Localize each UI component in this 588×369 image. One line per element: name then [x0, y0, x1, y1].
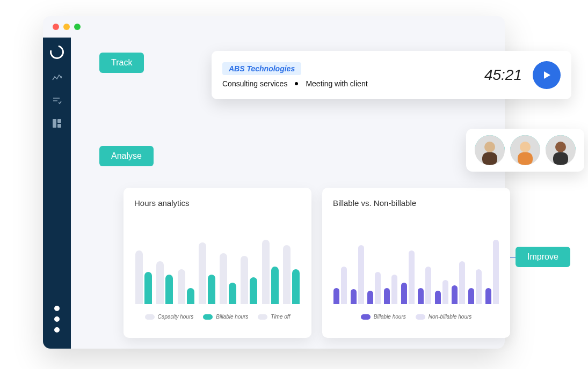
avatar[interactable]: [546, 135, 576, 165]
billable-legend: Billable hoursNon-billable hours: [333, 314, 499, 320]
task-label: Meeting with client: [306, 79, 367, 88]
hours-legend: Capacity hoursBillable hoursTime off: [134, 314, 301, 320]
analyse-tag: Analyse: [99, 146, 154, 166]
avatar[interactable]: [510, 135, 540, 165]
svg-point-18: [61, 77, 62, 78]
project-label: Consulting services: [222, 79, 287, 88]
play-icon: [541, 70, 552, 80]
timer-card: ABS Technologies Consulting services Mee…: [212, 51, 571, 99]
svg-rect-21: [53, 119, 56, 128]
chart-title: Hours analytics: [134, 198, 301, 208]
titlebar: [43, 16, 505, 38]
chart-title: Billable vs. Non-billable: [333, 198, 499, 208]
client-badge: ABS Technologies: [222, 62, 301, 75]
dashboard-icon[interactable]: [52, 118, 62, 129]
improve-tag: Improve: [516, 247, 570, 267]
hours-analytics-card: Hours analytics Capacity hoursBillable h…: [124, 188, 311, 338]
avatar[interactable]: [475, 135, 505, 165]
sidebar-more-dots[interactable]: [54, 306, 60, 333]
svg-rect-23: [57, 124, 61, 128]
track-tag: Track: [99, 53, 144, 73]
hours-bars: [134, 218, 301, 304]
minimize-icon[interactable]: [63, 24, 70, 30]
svg-rect-22: [57, 119, 61, 123]
team-avatars-card: [466, 129, 584, 172]
app-logo-icon[interactable]: [47, 42, 67, 62]
tasks-icon[interactable]: [52, 95, 62, 106]
maximize-icon[interactable]: [74, 24, 81, 30]
elapsed-time: 45:21: [484, 67, 522, 84]
billable-card: Billable vs. Non-billable Billable hours…: [322, 188, 510, 338]
play-button[interactable]: [533, 61, 561, 89]
close-icon[interactable]: [53, 24, 59, 30]
billable-bars: [333, 218, 499, 304]
sidebar: [43, 38, 71, 349]
separator-dot: [295, 82, 298, 85]
analytics-icon[interactable]: [52, 73, 62, 84]
